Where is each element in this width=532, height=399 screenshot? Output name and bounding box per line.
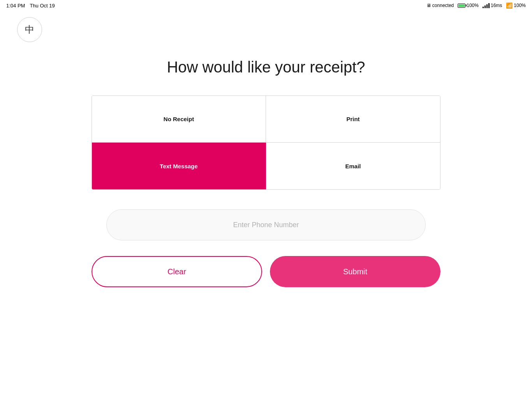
email-button[interactable]: Email	[266, 143, 440, 189]
avatar[interactable]: 中	[17, 17, 42, 42]
time-display: 1:04 PM	[6, 3, 25, 9]
print-button[interactable]: Print	[266, 96, 440, 143]
wifi-icon: 📶	[506, 2, 513, 9]
status-right: 🖥 connected 100% 16ms 📶 100%	[426, 2, 526, 9]
date-display: Thu Oct 19	[30, 3, 55, 9]
receipt-options-grid: No Receipt Print Text Message Email	[92, 95, 440, 190]
text-message-button[interactable]: Text Message	[92, 143, 266, 189]
phone-number-input[interactable]	[106, 209, 426, 240]
main-content: How would like your receipt? No Receipt …	[0, 58, 532, 287]
status-bar: 1:04 PM Thu Oct 19 🖥 connected 100% 16ms	[0, 0, 532, 11]
no-receipt-button[interactable]: No Receipt	[92, 96, 266, 143]
clear-button[interactable]: Clear	[92, 256, 262, 287]
signal-icon	[483, 3, 490, 8]
monitor-icon: 🖥	[426, 3, 431, 8]
submit-button[interactable]: Submit	[270, 256, 440, 287]
connection-status: 🖥 connected	[426, 3, 454, 8]
page-title: How would like your receipt?	[167, 58, 365, 76]
signal-status: 16ms	[483, 3, 502, 8]
battery-icon	[458, 4, 465, 8]
action-buttons: Clear Submit	[92, 256, 440, 287]
status-left: 1:04 PM Thu Oct 19	[6, 3, 55, 9]
phone-input-wrapper	[106, 209, 426, 240]
battery-status: 100%	[458, 3, 479, 8]
wifi-status: 📶 100%	[506, 2, 526, 9]
